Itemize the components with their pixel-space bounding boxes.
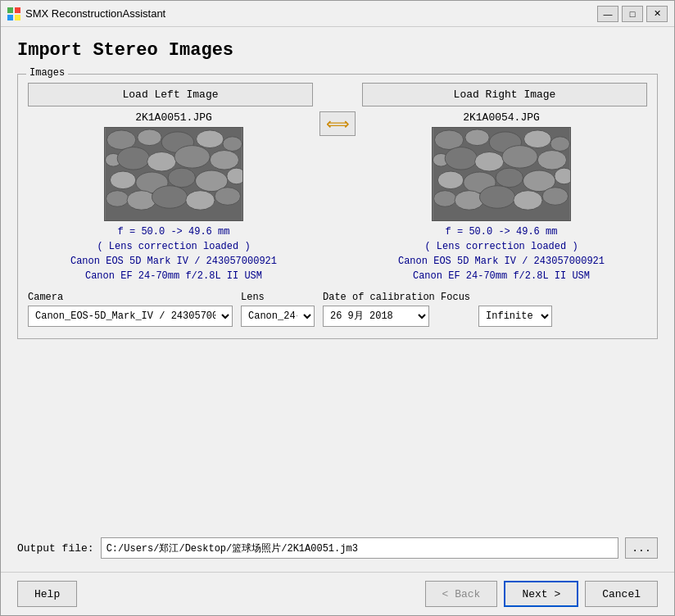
svg-point-24 <box>215 188 240 206</box>
close-button[interactable]: ✕ <box>646 6 668 22</box>
left-image-info: f = 50.0 -> 49.6 mm ( Lens correction lo… <box>70 224 277 283</box>
lens-select[interactable]: Canon_24- <box>241 306 315 327</box>
right-image-info: f = 50.0 -> 49.6 mm ( Lens correction lo… <box>398 224 605 283</box>
maximize-button[interactable]: □ <box>622 6 643 22</box>
focus-label <box>478 292 552 303</box>
svg-rect-3 <box>15 15 20 20</box>
browse-button[interactable]: ... <box>625 537 658 559</box>
swap-col: ⟺ <box>319 111 356 136</box>
camera-label: Camera <box>28 292 233 303</box>
svg-point-15 <box>110 171 135 189</box>
svg-point-14 <box>210 151 238 170</box>
lens-group: Lens Canon_24- <box>241 292 315 327</box>
right-image-panel: 2K1A0054.JPG <box>356 111 647 283</box>
svg-rect-1 <box>15 7 20 13</box>
load-left-button[interactable]: Load Left Image <box>28 83 313 106</box>
svg-point-23 <box>186 191 215 211</box>
cancel-button[interactable]: Cancel <box>585 581 658 607</box>
back-button[interactable]: < Back <box>425 581 498 607</box>
images-group-label: Images <box>26 67 68 79</box>
svg-point-42 <box>455 191 483 211</box>
load-buttons-row: Load Left Image Load Right Image <box>28 83 647 106</box>
svg-point-41 <box>433 191 456 207</box>
svg-point-21 <box>127 191 156 211</box>
svg-point-38 <box>496 168 523 188</box>
svg-point-44 <box>514 191 542 211</box>
date-label: Date of calibration Focus <box>323 292 470 303</box>
right-filename: 2K1A0054.JPG <box>463 111 540 124</box>
load-right-button[interactable]: Load Right Image <box>362 83 647 106</box>
svg-point-30 <box>550 137 570 152</box>
window-controls: — □ ✕ <box>597 6 668 22</box>
help-button[interactable]: Help <box>17 581 77 607</box>
svg-point-40 <box>555 168 570 184</box>
date-select[interactable]: 26 9月 2018 <box>323 306 429 327</box>
images-row: 2K1A0051.JPG <box>28 111 647 283</box>
focus-select[interactable]: Infinite <box>478 306 552 327</box>
main-content: Import Stereo Images Images Load Left Im… <box>1 27 674 572</box>
left-lens: Canon EF 24-70mm f/2.8L II USM <box>70 269 277 283</box>
left-correction: ( Lens correction loaded ) <box>70 239 277 254</box>
window-title: SMX ReconstructionAssistant <box>25 7 597 20</box>
date-group: Date of calibration Focus 26 9月 2018 <box>323 292 470 327</box>
left-focal-length: f = 50.0 -> 49.6 mm <box>70 224 277 239</box>
svg-point-33 <box>475 152 504 171</box>
swap-images-button[interactable]: ⟺ <box>319 111 356 136</box>
bottom-right: < Back Next > Cancel <box>425 581 658 607</box>
svg-point-34 <box>502 146 537 169</box>
svg-point-13 <box>174 146 210 169</box>
left-filename: 2K1A0051.JPG <box>135 111 212 124</box>
right-lens: Canon EF 24-70mm f/2.8L II USM <box>398 269 605 283</box>
minimize-button[interactable]: — <box>597 6 618 22</box>
app-icon <box>7 7 20 20</box>
calibration-row: Camera Canon_EOS-5D_Mark_IV / 2430570009… <box>28 292 647 327</box>
camera-select[interactable]: Canon_EOS-5D_Mark_IV / 243057000921 <box>28 306 233 327</box>
right-focal-length: f = 50.0 -> 49.6 mm <box>398 224 605 239</box>
svg-point-45 <box>542 188 568 206</box>
svg-point-6 <box>138 129 161 146</box>
svg-point-11 <box>117 147 149 170</box>
right-correction: ( Lens correction loaded ) <box>398 239 605 254</box>
svg-rect-2 <box>7 15 13 20</box>
svg-point-36 <box>437 171 463 189</box>
output-row: Output file: ... <box>17 537 658 559</box>
svg-point-19 <box>227 168 242 184</box>
svg-point-29 <box>524 130 551 148</box>
svg-point-8 <box>197 130 224 148</box>
svg-point-12 <box>147 152 176 171</box>
svg-point-22 <box>152 186 187 209</box>
svg-point-27 <box>465 129 489 146</box>
page-title: Import Stereo Images <box>17 40 658 61</box>
svg-point-35 <box>537 151 566 170</box>
next-button[interactable]: Next > <box>504 581 578 607</box>
right-image-thumbnail <box>432 127 571 221</box>
svg-point-20 <box>106 191 129 207</box>
output-label: Output file: <box>17 542 94 555</box>
svg-point-17 <box>168 168 195 188</box>
right-camera: Canon EOS 5D Mark IV / 243057000921 <box>398 254 605 269</box>
left-camera: Canon EOS 5D Mark IV / 243057000921 <box>70 254 277 269</box>
svg-rect-0 <box>7 7 13 13</box>
svg-point-26 <box>434 130 463 150</box>
left-image-thumbnail <box>104 127 243 221</box>
output-file-input[interactable] <box>101 537 618 559</box>
swap-icon: ⟺ <box>326 114 350 134</box>
svg-point-43 <box>479 186 514 209</box>
images-group: Images Load Left Image Load Right Image … <box>17 74 658 339</box>
svg-point-9 <box>223 137 242 152</box>
main-window: SMX ReconstructionAssistant — □ ✕ Import… <box>0 0 675 616</box>
svg-point-32 <box>445 147 477 170</box>
bottom-left: Help <box>17 581 425 607</box>
lens-label: Lens <box>241 292 315 303</box>
bottom-bar: Help < Back Next > Cancel <box>1 572 674 615</box>
svg-point-5 <box>106 130 135 150</box>
title-bar: SMX ReconstructionAssistant — □ ✕ <box>1 1 674 27</box>
spacer <box>17 349 658 524</box>
focus-group: Infinite <box>478 292 552 327</box>
camera-group: Camera Canon_EOS-5D_Mark_IV / 2430570009… <box>28 292 233 327</box>
left-image-panel: 2K1A0051.JPG <box>28 111 319 283</box>
